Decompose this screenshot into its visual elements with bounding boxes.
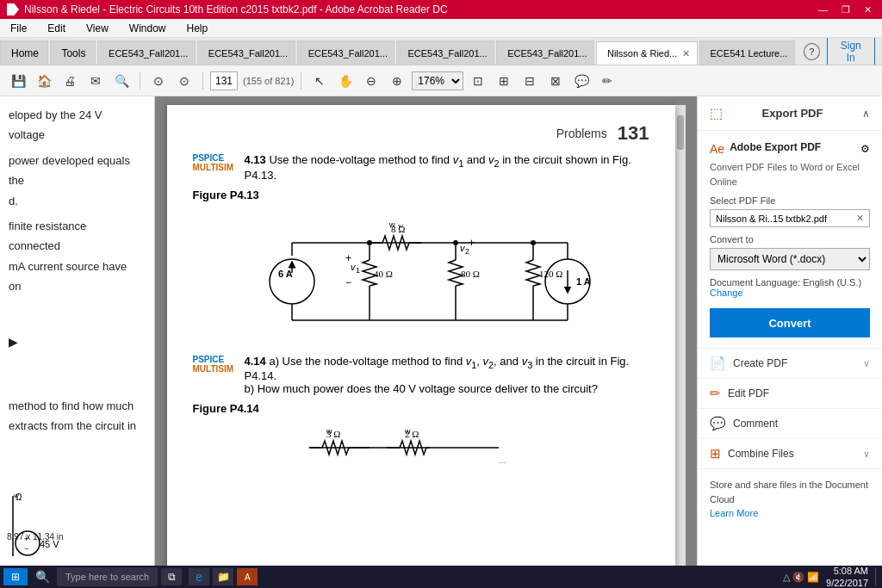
fit-page-button[interactable]: ⊡ xyxy=(467,70,489,92)
left-circuit-svg: Ω w + − 45 V xyxy=(9,487,69,565)
tab-nilsson[interactable]: Nilsson & Ried... ✕ xyxy=(596,41,698,65)
system-tray-icons: △ 🔇 📶 xyxy=(783,572,819,583)
select-tool[interactable]: ⊖ xyxy=(360,70,382,92)
sign-in-button[interactable]: Sign In xyxy=(827,38,875,65)
combine-chevron[interactable]: ∨ xyxy=(863,449,870,460)
tab-bar: Home Tools ECE543_Fall201... ECE543_Fall… xyxy=(0,38,882,65)
taskbar-search-icon[interactable]: 🔍 xyxy=(31,566,53,588)
export-pdf-title: Export PDF xyxy=(762,107,823,120)
tab-tools[interactable]: Tools xyxy=(50,40,96,65)
problem-414-tags: PSPICE MULTISIM xyxy=(193,355,236,374)
doc-lang-value: English (U.S.) xyxy=(803,277,861,288)
nav-prev-button[interactable]: ⊙ xyxy=(147,70,170,92)
svg-text:−: − xyxy=(24,544,28,553)
pdf-page: Problems 131 PSPICE MULTISIM 4.13 Use th… xyxy=(167,105,675,579)
comment-tool[interactable]: 💬 xyxy=(570,70,593,92)
tab-close-nilsson[interactable]: ✕ xyxy=(682,48,690,59)
edge-button[interactable]: e xyxy=(189,568,209,585)
menu-file[interactable]: File xyxy=(7,21,30,36)
tab-ece543-1[interactable]: ECE543_Fall201... xyxy=(97,40,196,65)
nav-next-button[interactable]: ⊙ xyxy=(173,70,196,92)
svg-text:40 Ω: 40 Ω xyxy=(374,269,393,279)
settings-icon[interactable]: ⚙ xyxy=(860,143,870,155)
problem-414-content: 4.14 a) Use the node-voltage method to f… xyxy=(245,355,649,396)
tab-ece543-4[interactable]: ECE543_Fall201... xyxy=(396,40,494,65)
file-explorer-button[interactable]: 📁 xyxy=(213,568,233,585)
figure-414-title: Figure P4.14 xyxy=(193,402,649,415)
learn-more-link[interactable]: Learn More xyxy=(710,508,758,518)
zoom-select[interactable]: 176% 100% 125% 150% xyxy=(412,71,463,90)
title-bar-controls[interactable]: — ❐ ✕ xyxy=(815,4,875,15)
menu-help[interactable]: Help xyxy=(183,21,212,36)
fit-width-button[interactable]: ⊞ xyxy=(493,70,515,92)
close-button[interactable]: ✕ xyxy=(860,4,875,15)
problem-414-number: 4.14 xyxy=(245,355,266,368)
doc-lang-label: Document Language: xyxy=(710,277,803,288)
multisim-tag-413: MULTISIM xyxy=(193,163,236,172)
menu-edit[interactable]: Edit xyxy=(44,21,69,36)
file-clear-icon[interactable]: ✕ xyxy=(856,213,864,224)
tab-actions: ? Sign In xyxy=(797,38,882,65)
tab-ece541[interactable]: ECE541 Lecture... xyxy=(699,40,795,65)
svg-text:w: w xyxy=(398,221,404,230)
pdf-scrollbar[interactable] xyxy=(675,105,686,579)
scroll-button[interactable]: ⊠ xyxy=(544,70,567,92)
export-pdf-header[interactable]: ⬚ Export PDF ∧ xyxy=(698,96,882,131)
svg-text:1 A: 1 A xyxy=(576,276,591,287)
svg-text:w: w xyxy=(388,220,395,229)
taskbar-cortana[interactable]: Type here to search xyxy=(57,567,158,586)
task-view-button[interactable]: ⧉ xyxy=(161,568,182,585)
minimize-button[interactable]: — xyxy=(815,4,831,15)
combine-files-action[interactable]: ⊞ Combine Files ∨ xyxy=(698,439,882,469)
menu-window[interactable]: Window xyxy=(126,21,170,36)
search-button[interactable]: 🔍 xyxy=(110,70,133,92)
menu-view[interactable]: View xyxy=(83,21,112,36)
page-number-input[interactable] xyxy=(210,71,238,90)
print-button[interactable]: 🖨 xyxy=(59,70,81,92)
select-file-label: Select PDF File xyxy=(710,195,870,206)
save-button[interactable]: 💾 xyxy=(7,70,29,92)
svg-text:80 Ω: 80 Ω xyxy=(461,269,480,279)
edit-pdf-action[interactable]: ✏ Edit PDF xyxy=(698,379,882,409)
pdf-scrollbar-thumb[interactable] xyxy=(677,115,684,150)
title-bar: Nilsson & Riedel - Electric Circuits 10t… xyxy=(0,0,882,19)
file-name-display: Nilsson & Ri..15 txtbk2.pdf ✕ xyxy=(710,209,870,227)
page-total: (155 of 821) xyxy=(243,76,294,86)
zoom-in-button[interactable]: ⊕ xyxy=(386,70,408,92)
start-button[interactable]: ⊞ xyxy=(3,568,28,585)
show-desktop-button[interactable] xyxy=(875,568,879,585)
cursor-tool[interactable]: ↖ xyxy=(308,70,331,92)
convert-to-select[interactable]: Microsoft Word (*.docx) Microsoft Excel … xyxy=(710,248,870,270)
email-button[interactable]: ✉ xyxy=(84,70,107,92)
draw-tool[interactable]: ✏ xyxy=(596,70,618,92)
doc-language: Document Language: English (U.S.) Change xyxy=(710,277,870,298)
title-bar-left: Nilsson & Riedel - Electric Circuits 10t… xyxy=(7,3,448,15)
hand-tool[interactable]: ✋ xyxy=(334,70,357,92)
edit-pdf-icon: ✏ xyxy=(710,386,721,401)
create-pdf-chevron[interactable]: ∨ xyxy=(863,358,870,369)
svg-point-42 xyxy=(531,240,536,245)
tab-ece543-3[interactable]: ECE543_Fall201... xyxy=(297,40,395,65)
home-button[interactable]: 🏠 xyxy=(33,70,55,92)
taskbar-clock: 5:08 AM 9/22/2017 xyxy=(826,565,868,588)
restore-button[interactable]: ❐ xyxy=(838,4,854,15)
panel-footer: Store and share files in the Document Cl… xyxy=(698,469,882,529)
create-pdf-label: Create PDF xyxy=(733,357,787,369)
export-pdf-chevron[interactable]: ∧ xyxy=(862,108,870,120)
two-page-button[interactable]: ⊟ xyxy=(519,70,541,92)
tab-ece543-2[interactable]: ECE543_Fall201... xyxy=(197,40,295,65)
page-dimensions: 8.97 x 11.34 in xyxy=(7,529,64,545)
tab-home[interactable]: Home xyxy=(0,40,48,65)
left-text-2: power developed equals thed. xyxy=(9,151,137,211)
left-arrow-indicator: ▶ xyxy=(9,331,137,353)
pdf-area[interactable]: Problems 131 PSPICE MULTISIM 4.13 Use th… xyxy=(155,96,697,588)
svg-text:...: ... xyxy=(499,455,506,465)
convert-button[interactable]: Convert xyxy=(710,308,870,337)
create-pdf-action[interactable]: 📄 Create PDF ∨ xyxy=(698,349,882,379)
change-language-link[interactable]: Change xyxy=(710,288,743,298)
tab-ece543-5[interactable]: ECE543_Fall201... xyxy=(496,40,594,65)
acrobat-taskbar-button[interactable]: A xyxy=(237,568,258,585)
pspice-tag-413: PSPICE xyxy=(193,153,236,163)
comment-action[interactable]: 💬 Comment xyxy=(698,409,882,439)
help-button[interactable]: ? xyxy=(804,43,820,60)
